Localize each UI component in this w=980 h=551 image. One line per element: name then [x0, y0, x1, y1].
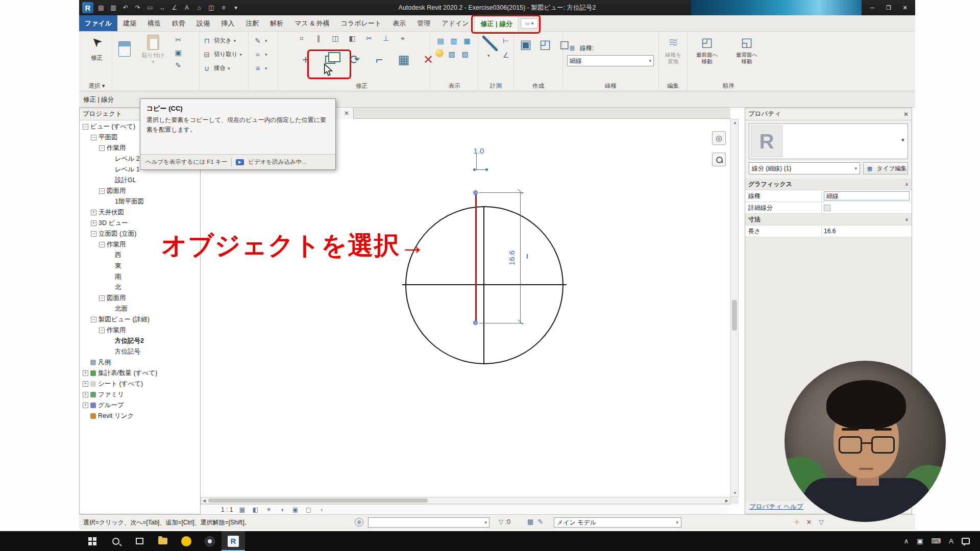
tree-item-19[interactable]: −作業用	[80, 325, 200, 336]
cut-geometry-button[interactable]: ⊟切り取り▾	[202, 47, 247, 61]
tab-systems[interactable]: 設備	[191, 15, 215, 31]
section-graphics[interactable]: グラフィックス ∧	[745, 179, 912, 190]
aligned-dimension-icon[interactable]: ∠	[170, 3, 179, 12]
expand-icon[interactable]: +	[83, 403, 88, 408]
tab-steel[interactable]: 鉄骨	[166, 15, 191, 31]
trim-button[interactable]: ⌐	[369, 45, 389, 74]
angle-dimension-icon[interactable]: ∠	[501, 50, 511, 60]
dimension-icon[interactable]: ⊢	[501, 36, 511, 46]
scroll-left-icon[interactable]: ◀	[203, 498, 206, 503]
search-button[interactable]	[104, 531, 128, 551]
line-endpoint-handle[interactable]	[473, 190, 478, 195]
graphics-override-icon[interactable]: ▧	[447, 49, 457, 59]
visual-style-icon[interactable]: ◧	[251, 506, 259, 514]
paste-button[interactable]: 貼り付け ▾	[138, 34, 168, 77]
print-icon[interactable]: ▭	[145, 3, 155, 12]
revit-logo-icon[interactable]: R	[82, 2, 93, 13]
display-settings-icon[interactable]: ▨	[460, 49, 470, 59]
section-dimensions[interactable]: 寸法 ∧	[745, 214, 912, 226]
match-type-icon[interactable]: ✎	[173, 60, 183, 70]
line-endpoint-handle[interactable]	[473, 320, 478, 325]
tree-item-15[interactable]: 北	[80, 282, 200, 293]
tree-item-5[interactable]: 設計GL	[80, 175, 200, 186]
tree-item-8[interactable]: +天井伏図	[80, 207, 200, 218]
tree-item-20[interactable]: 方位記号2	[80, 336, 200, 346]
design-options-icon[interactable]: ✎	[537, 518, 543, 525]
horizontal-scrollbar[interactable]: ◀ ▶	[201, 497, 730, 504]
properties-help-link[interactable]: プロパティ ヘルプ	[749, 503, 803, 511]
minimize-button[interactable]: ─	[865, 2, 879, 13]
status-search-input[interactable]: ▾	[368, 517, 489, 528]
expand-icon[interactable]: +	[83, 381, 88, 387]
task-view-button[interactable]	[128, 531, 151, 551]
filter-icon[interactable]: ▽	[817, 518, 825, 526]
measure-icon[interactable]: ↔	[158, 3, 167, 12]
tree-item-17[interactable]: 北面	[80, 304, 200, 314]
tree-item-21[interactable]: 方位記号	[80, 346, 200, 357]
active-model-select[interactable]: メイン モデル ▾	[554, 517, 681, 528]
tab-manage[interactable]: 管理	[411, 15, 436, 31]
scroll-up-icon[interactable]: ▲	[733, 120, 737, 125]
panel-label-measure[interactable]: 計測	[478, 82, 513, 90]
horizontal-axis-line[interactable]	[402, 284, 567, 285]
zoom-button[interactable]	[712, 153, 726, 166]
show-crop-icon[interactable]: ▢	[304, 506, 312, 514]
cope-button[interactable]: ⊓切欠き▾	[202, 34, 247, 47]
tab-structure[interactable]: 構造	[142, 15, 166, 31]
3d-view-icon[interactable]: ⌂	[194, 3, 204, 12]
panel-label-edit[interactable]: 編集	[659, 82, 687, 90]
tab-collaborate[interactable]: コラボレート	[335, 15, 387, 31]
paint-button[interactable]: ≡▾	[253, 61, 267, 75]
tray-expand-icon[interactable]: ∧	[904, 537, 909, 545]
recorder-app-button[interactable]	[175, 531, 198, 551]
expand-icon[interactable]: +	[91, 210, 96, 215]
unpin-icon[interactable]: ⌖	[398, 33, 408, 43]
text-icon[interactable]: A	[182, 3, 191, 12]
collapse-icon[interactable]: ∧	[905, 217, 909, 222]
tab-view[interactable]: 表示	[387, 15, 411, 31]
join-button[interactable]: ∪接合▾	[202, 61, 247, 75]
panel-label-select[interactable]: 選択 ▾	[82, 82, 112, 90]
mirror-axis-icon[interactable]: ◫	[330, 33, 340, 43]
open-icon[interactable]: ▤	[96, 3, 106, 12]
tree-item-9[interactable]: +3D ビュー	[80, 218, 200, 229]
tray-app-icon[interactable]: ▣	[917, 537, 923, 545]
steering-wheel-button[interactable]: ◎	[712, 131, 726, 145]
vertical-scroll-thumb[interactable]	[732, 300, 737, 331]
expand-icon[interactable]: +	[91, 220, 96, 226]
tab-file[interactable]: ファイル	[79, 15, 117, 31]
tree-item-25[interactable]: +ファミリ	[80, 389, 200, 400]
tree-item-6[interactable]: −図面用	[80, 186, 200, 196]
horizontal-scroll-thumb[interactable]	[208, 498, 428, 503]
create-group-icon[interactable]: ▣	[518, 37, 533, 52]
dimension-top-value[interactable]: 1.0	[469, 146, 489, 155]
tree-item-24[interactable]: +シート (すべて)	[80, 379, 200, 389]
vertical-scrollbar[interactable]: ▲ ▼	[730, 119, 739, 497]
collapse-icon[interactable]: −	[83, 124, 88, 130]
file-explorer-button[interactable]	[151, 531, 175, 551]
scroll-right-icon[interactable]: ▶	[725, 498, 728, 503]
obs-app-button[interactable]	[198, 531, 222, 551]
tree-item-26[interactable]: +グループ	[80, 400, 200, 411]
hide-elements-icon[interactable]: ▥	[449, 36, 459, 46]
maximize-button[interactable]: ❐	[881, 2, 896, 13]
vertical-axis-line[interactable]	[483, 206, 484, 364]
collapse-icon[interactable]: −	[91, 231, 96, 237]
tab-insert[interactable]: 挿入	[215, 15, 240, 31]
collapse-icon[interactable]: −	[99, 145, 105, 151]
mirror-draw-icon[interactable]: ◧	[347, 33, 357, 43]
tab-massing-site[interactable]: マス & 外構	[289, 15, 335, 31]
type-selector[interactable]: R ▼	[749, 123, 908, 159]
collapse-icon[interactable]: −	[99, 295, 105, 301]
selected-red-line[interactable]	[475, 192, 477, 323]
tab-architecture[interactable]: 建築	[117, 15, 142, 31]
edit-type-button[interactable]: ▦ タイプ編集	[863, 162, 908, 174]
drawing-canvas[interactable]: 1.0 16.6 I ◎	[201, 119, 730, 497]
convert-line-style-button[interactable]: ≋ 線種を変換	[661, 35, 685, 76]
copy-clipboard-icon[interactable]: ▣	[173, 47, 183, 58]
tab-addins[interactable]: アドイン	[436, 15, 474, 31]
bring-to-front-button[interactable]: ◰ 最前面へ移動	[689, 35, 725, 77]
editable-only-icon[interactable]: ✛	[793, 518, 801, 526]
line-style-select[interactable]: 細線 ▾	[567, 55, 654, 66]
line-style-input[interactable]: 細線	[824, 191, 910, 201]
